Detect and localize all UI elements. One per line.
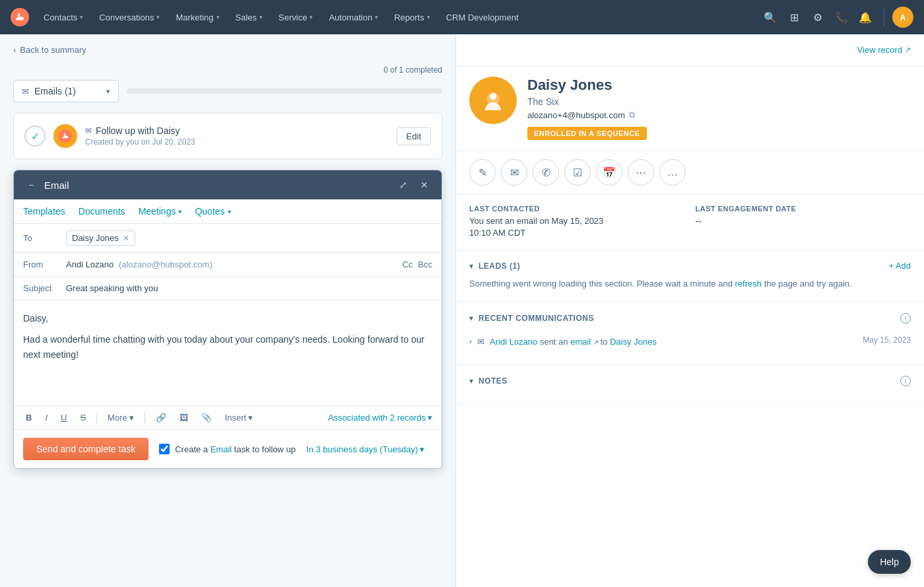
last-engagement-value: -- [696,215,911,228]
refresh-link[interactable]: refresh [735,279,762,289]
progress-bar [127,88,442,94]
leads-section-header: ▾ Leads (1) + Add [469,261,911,271]
follow-up-type-link[interactable]: Email [211,444,232,454]
last-contacted-stat: LAST CONTACTED You sent an email on May … [469,205,685,239]
svg-point-3 [63,137,65,139]
subject-field: Subject Great speaking with you [14,277,442,300]
strikethrough-button[interactable]: S [77,411,88,424]
to-field-content: Daisy Jones ✕ [66,230,432,246]
marketplace-button[interactable]: ⊞ [783,7,805,28]
chevron-down-icon: ▾ [420,444,424,454]
nav-crm-development[interactable]: CRM Development [440,9,525,26]
comm-sender-link[interactable]: Andi Lozano [490,337,537,347]
format-separator2 [145,413,145,423]
follow-up-checkbox[interactable] [159,444,170,454]
to-label: To [23,233,59,243]
close-compose-button[interactable]: ✕ [416,177,432,193]
notifications-button[interactable]: 🔔 [855,7,876,28]
meeting-action-button[interactable]: 📅 [596,159,622,186]
image-icon[interactable]: 🖼 [177,411,191,424]
contact-email: alozano+4@hubspot.com ⧉ [527,110,911,120]
meetings-button[interactable]: Meetings ▾ [139,206,182,217]
follow-up-row: Create a Email task to follow up [159,444,296,454]
task-hubspot-icon [53,124,77,148]
main-layout: ‹ Back to summary 0 of 1 completed ✉ Ema… [0,34,924,587]
chevron-left-icon: ‹ [13,45,16,55]
recent-comms-toggle-icon[interactable]: ▾ [469,314,473,323]
comm-type-link[interactable]: email [570,337,591,347]
chevron-down-icon: ▾ [310,14,313,20]
user-avatar[interactable]: A [892,7,913,28]
task-email-icon: ✉ [85,126,92,135]
leads-add-button[interactable]: + Add [888,261,911,271]
associated-records-button[interactable]: Associated with 2 records ▾ [328,413,432,423]
more-format-button[interactable]: More ▾ [105,411,137,424]
templates-button[interactable]: Templates [23,206,65,217]
compose-title: Email [44,180,390,191]
leads-toggle-icon[interactable]: ▾ [469,261,473,271]
hubspot-logo[interactable] [11,8,29,26]
cc-button[interactable]: Cc [402,259,412,269]
chevron-down-icon: ▾ [178,208,182,215]
task-checkmark[interactable]: ✓ [24,125,46,147]
emails-dropdown[interactable]: ✉ Emails (1) ▾ [13,80,119,102]
contact-stats-section: LAST CONTACTED You sent an email on May … [456,194,924,250]
send-complete-task-button[interactable]: Send and complete task [23,438,148,460]
comm-expand-icon[interactable]: › [469,337,472,346]
enrolled-badge: ENROLLED IN A SEQUENCE [527,127,647,140]
nav-right-actions: 🔍 ⊞ ⚙ 📞 🔔 A [760,7,913,28]
minimize-compose-button[interactable]: − [23,177,39,193]
leads-error-message: Something went wrong loading this sectio… [469,277,911,291]
bcc-button[interactable]: Bcc [418,259,432,269]
attachment-icon[interactable]: 📎 [199,411,214,424]
svg-point-1 [16,18,18,20]
settings-button[interactable]: ⚙ [807,7,828,28]
bold-button[interactable]: B [23,411,34,424]
insert-button[interactable]: Insert ▾ [222,411,256,424]
help-button[interactable]: Help [868,550,911,574]
search-button[interactable]: 🔍 [760,7,781,28]
nav-service[interactable]: Service ▾ [272,9,319,26]
chevron-down-icon: ▾ [259,14,263,20]
edit-task-button[interactable]: Edit [397,127,431,145]
nav-sales[interactable]: Sales ▾ [229,9,270,26]
follow-up-text: Create a Email task to follow up [175,444,296,454]
task-action-button[interactable]: ☑ [564,159,591,186]
back-to-summary-link[interactable]: ‹ Back to summary [13,45,442,55]
remove-recipient-button[interactable]: ✕ [123,234,129,243]
stats-grid: LAST CONTACTED You sent an email on May … [469,205,911,239]
contact-info: Daisy Jones The Six alozano+4@hubspot.co… [527,77,911,140]
follow-up-time-button[interactable]: In 3 business days (Tuesday) ▾ [306,444,424,454]
nav-conversations[interactable]: Conversations ▾ [92,9,166,26]
underline-button[interactable]: U [58,411,69,424]
recent-comms-info-icon[interactable]: i [900,313,911,324]
leads-section: ▾ Leads (1) + Add Something went wrong l… [456,250,924,302]
view-record-link[interactable]: View record ↗ [857,45,911,55]
call-action-button[interactable]: ✆ [533,159,559,186]
extra-actions-button[interactable]: … [659,159,686,186]
notes-section-header: ▾ Notes i [469,376,911,386]
italic-button[interactable]: I [42,411,50,424]
nav-automation[interactable]: Automation ▾ [322,9,385,26]
notes-info-icon[interactable]: i [900,376,911,386]
nav-marketing[interactable]: Marketing ▾ [169,9,226,26]
nav-reports[interactable]: Reports ▾ [387,9,437,26]
notes-toggle-icon[interactable]: ▾ [469,376,473,386]
documents-button[interactable]: Documents [79,206,125,217]
expand-compose-button[interactable]: ⤢ [395,177,411,193]
email-compose-panel: − Email ⤢ ✕ Templates Documents Meetings… [13,170,442,469]
compose-body[interactable]: Daisy, Had a wonderful time chatting wit… [14,300,442,406]
quotes-button[interactable]: Quotes ▾ [195,206,230,217]
nav-contacts[interactable]: Contacts ▾ [37,9,90,26]
subject-text[interactable]: Great speaking with you [66,283,158,293]
copy-email-button[interactable]: ⧉ [629,110,635,120]
link-icon[interactable]: 🔗 [153,411,169,424]
right-panel: View record ↗ Daisy Jones The Six alozan… [455,34,924,587]
note-action-button[interactable]: ✎ [469,159,496,186]
email-action-button[interactable]: ✉ [501,159,527,186]
more-actions-button[interactable]: ⋯ [628,159,654,186]
comm-recipient-link[interactable]: Daisy Jones [610,337,657,347]
phone-button[interactable]: 📞 [831,7,852,28]
contact-header: Daisy Jones The Six alozano+4@hubspot.co… [456,66,924,151]
external-link-icon: ↗ [593,339,601,346]
